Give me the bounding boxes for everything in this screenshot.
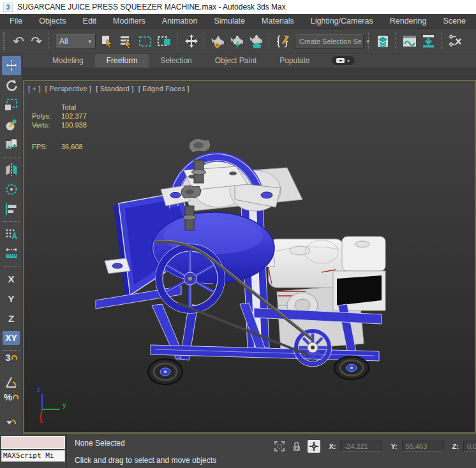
layer-manager-button[interactable] (373, 31, 392, 52)
magnet-icon (13, 393, 19, 400)
window-crossing-button[interactable] (155, 31, 174, 52)
right-column: Modeling Freeform Selection Object Paint… (23, 54, 476, 434)
percent-label: % (4, 393, 12, 402)
absolute-mode-toggle[interactable] (308, 440, 320, 453)
redo-button[interactable]: ↷ (27, 31, 45, 52)
press-drum (152, 212, 274, 284)
constraint-xy-button[interactable]: XY (2, 328, 21, 347)
constraint-xy-label: XY (3, 331, 20, 345)
maxscript-mini-listener[interactable]: MAXScript Mi (0, 434, 66, 468)
viewport-menu-shading[interactable]: [ Standard ] (96, 85, 133, 92)
maxscript-listener-field[interactable]: MAXScript Mi (1, 450, 65, 462)
stats-polys-label: Polys: (32, 112, 61, 121)
axis-z-label: z (37, 386, 40, 393)
named-selection-set-dropdown[interactable]: Create Selection Se ▾ (295, 34, 364, 49)
tab-populate[interactable]: Populate (268, 54, 321, 68)
axis-x-label: x (40, 417, 43, 424)
move-tool-button[interactable] (2, 56, 21, 75)
coord-x-field[interactable]: -24,221 (340, 441, 382, 452)
select-object-icon (100, 34, 114, 48)
select-place-tool-button[interactable] (2, 115, 21, 135)
tab-freeform[interactable]: Freeform (95, 54, 149, 68)
select-by-name-button[interactable] (117, 31, 136, 52)
mirror-icon (4, 163, 19, 177)
viewport-menu-general[interactable]: [ + ] (28, 85, 41, 92)
schematic-view-button[interactable] (446, 31, 465, 52)
engine-pulley (294, 328, 332, 367)
machine-model[interactable] (96, 138, 385, 384)
rectangular-selection-button[interactable] (136, 31, 155, 52)
isolate-selection-toggle[interactable] (273, 440, 286, 453)
viewport-menu-display[interactable]: [ Edged Faces ] (138, 85, 190, 92)
selection-region-tool-button[interactable] (2, 96, 21, 115)
select-move-button[interactable] (182, 31, 201, 52)
rendered-frame-button[interactable] (228, 31, 247, 52)
viewport-menu-pov[interactable]: [ Perspective ] (45, 85, 92, 92)
window-crossing-icon (157, 34, 172, 48)
grid-align-tool-button[interactable] (2, 224, 21, 244)
constraint-x-button[interactable]: X (2, 269, 21, 288)
menu-modifiers[interactable]: Modifiers (105, 17, 154, 26)
maxscript-button[interactable] (274, 31, 293, 52)
mirror-tool-button[interactable] (2, 160, 21, 179)
menu-edit[interactable]: Edit (75, 17, 105, 26)
toolbar-separator (368, 33, 371, 50)
maxscript-macro-recorder-field[interactable] (1, 436, 65, 449)
menu-objects[interactable]: Objects (31, 17, 74, 26)
soft-selection-tool-button[interactable] (2, 180, 21, 199)
coord-z-field[interactable]: 0,0 (463, 441, 476, 452)
clone-tool-button[interactable] (2, 135, 21, 154)
angle-snap-toggle-button[interactable] (2, 373, 21, 392)
snap-toggle-3d-button[interactable]: 3 (2, 353, 21, 372)
chevron-down-icon: ▾ (347, 58, 350, 64)
selection-filter-dropdown[interactable]: All ▾ (55, 34, 96, 49)
menu-file[interactable]: File (1, 17, 31, 26)
viewport-canvas[interactable] (24, 81, 475, 432)
maxscript-braces-icon (275, 34, 292, 49)
isolate-selection-icon (274, 441, 285, 452)
coord-y-field[interactable]: 55,463 (402, 441, 444, 452)
stats-verts-value: 100.938 (61, 121, 87, 129)
tab-modeling[interactable]: Modeling (41, 54, 95, 68)
perspective-viewport[interactable]: [ + ] [ Perspective ] [ Standard ] [ Edg… (23, 80, 476, 434)
tab-selection[interactable]: Selection (149, 54, 203, 68)
spinner-snap-icon (4, 415, 19, 429)
align-tool-button[interactable] (2, 200, 21, 219)
menu-animation[interactable]: Animation (154, 17, 206, 26)
toolbar-separator (3, 266, 20, 267)
toolbar-drag-handle[interactable] (3, 33, 8, 50)
selection-lock-toggle[interactable] (290, 440, 303, 453)
coord-x-label: X: (329, 442, 336, 450)
spinner-snap-toggle-button[interactable] (2, 413, 21, 432)
minimize-ribbon-icon (336, 58, 345, 63)
ribbon-collapse-button[interactable]: ▾ (332, 56, 355, 65)
world-axis-gizmo: z y x (34, 386, 73, 426)
constraint-y-button[interactable]: Y (2, 289, 21, 308)
rotate-icon (4, 78, 19, 92)
rotate-tool-button[interactable] (2, 76, 21, 95)
ribbon-body (23, 68, 476, 80)
render-setup-teapot-icon (211, 34, 226, 48)
measure-tool-button[interactable] (2, 244, 21, 263)
snap-3-label: 3 (5, 353, 10, 362)
menu-rendering[interactable]: Rendering (382, 17, 435, 26)
menu-materials[interactable]: Materials (253, 17, 302, 26)
constraint-z-button[interactable]: Z (2, 309, 21, 328)
curve-editor-button[interactable] (400, 31, 419, 52)
percent-snap-toggle-button[interactable]: % (2, 393, 21, 412)
menu-lighting-cameras[interactable]: Lighting/Cameras (302, 17, 382, 26)
tab-object-paint[interactable]: Object Paint (204, 54, 268, 68)
menu-simulate[interactable]: Simulate (205, 17, 253, 26)
dock-viewport-button[interactable] (419, 31, 438, 52)
select-object-button[interactable] (98, 31, 117, 52)
stats-fps-label: FPS: (32, 142, 61, 151)
undo-button[interactable]: ↶ (10, 31, 27, 52)
down-arrow-icon (421, 34, 436, 49)
menu-scene[interactable]: Scene (435, 17, 473, 26)
prompt-line: Click and drag to select and move object… (75, 456, 476, 465)
window-title: SUGARCANE JUICE PRESS SQUEEZER MACHINE.m… (17, 3, 286, 11)
render-in-cloud-button[interactable] (247, 31, 266, 52)
ribbon-tab-bar: Modeling Freeform Selection Object Paint… (23, 54, 476, 68)
lock-icon (292, 441, 302, 452)
render-setup-button[interactable] (209, 31, 228, 52)
